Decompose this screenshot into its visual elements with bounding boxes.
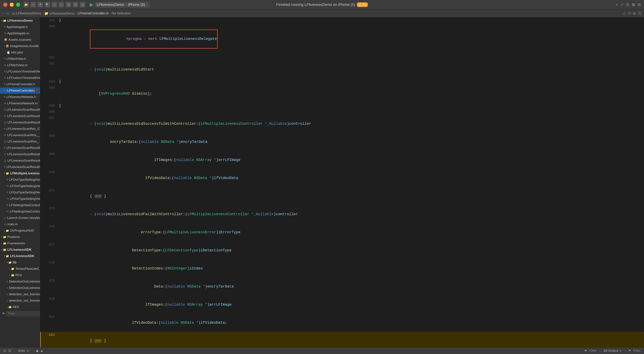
sidebar-item-lib-group[interactable]: 📁 lib	[0, 259, 40, 266]
sidebar-item-scan-result-h[interactable]: h LFLivenessScanResultController.h	[0, 107, 40, 113]
sidebar-item-scan-vc-h[interactable]: h LFLivenessScanResultViewController.h	[0, 164, 40, 170]
sidebar-item-lfalertview-h[interactable]: h LFAlertView.h	[0, 56, 40, 62]
source-control-icon2[interactable]: ▲	[40, 349, 44, 353]
inspectors-icon[interactable]: ⊞	[632, 2, 635, 7]
cursor-icon[interactable]: ⊡	[3, 349, 6, 353]
line-content[interactable]: lfVideoData:(nullable NSData *)lfVideoDa…	[58, 169, 644, 187]
sidebar-item-launch-storyboard[interactable]: ◻ Launch Screen.storyboard	[0, 215, 40, 221]
source-control-icon[interactable]: ◀	[36, 349, 38, 353]
panels-icon[interactable]: ⊡	[626, 2, 629, 7]
line-content[interactable]: { ••• }	[58, 187, 644, 205]
sidebar-item-info-plist[interactable]: 📋 Info.plist	[0, 49, 40, 56]
line-content[interactable]: { ••• } 9 'UIAlertView' is deprecated; f…	[58, 332, 644, 347]
line-content[interactable]: lfImages:(nullable NSArray *)arrLFImage	[58, 151, 644, 169]
sidebar-item-imageassets[interactable]: 📦 ImageAssets.bundle	[0, 43, 40, 49]
sidebar-item-scan-result-m[interactable]: m LFLivenessScanResultController.m	[0, 113, 40, 119]
sidebar-item-outtype-cell-m[interactable]: m LFOutTypeSettingViewCell.m	[0, 183, 40, 189]
grid-view-icon[interactable]: ⊞	[633, 11, 636, 15]
breadcrumb-file[interactable]: LFHomeController.m	[78, 11, 108, 15]
line-content[interactable]: {	[58, 79, 644, 85]
line-content[interactable]: [SVProgressHUD dismiss];	[58, 85, 644, 103]
scope-icon[interactable]: ⊡	[7, 11, 9, 15]
debug-icon[interactable]: ☰	[73, 2, 78, 7]
sidebar-item-detection-h[interactable]: c detection_out_liveness.h	[0, 291, 40, 297]
breadcrumb-symbol[interactable]: No Selection	[112, 11, 131, 15]
fold-indicator[interactable]: •••	[94, 194, 102, 198]
sidebar-item-detection-cpp[interactable]: c detection_out_liveness.cpp	[0, 297, 40, 304]
code-view[interactable]: 199 } 200 #pragma – mark LFMultipleLiven…	[40, 17, 644, 347]
sidebar-item-outtype-vc-h[interactable]: h LFOutTypeSettingViewController.h	[0, 189, 40, 195]
hide-icon[interactable]: ⊟	[638, 2, 641, 7]
line-content[interactable]: #pragma – mark LFMultipleLivenessDelegat…	[58, 23, 644, 55]
warning-icon[interactable]: ⚠	[52, 2, 57, 7]
back-icon[interactable]: ‹	[3, 11, 4, 15]
line-content[interactable]: lfImages:(nullable NSArray *)arrLFImage	[58, 296, 644, 314]
sidebar-item-products-group[interactable]: 📁 Products	[0, 234, 40, 240]
search-icon[interactable]: 🔍	[44, 2, 50, 7]
sidebar-item-lfcustom-m[interactable]: m LFCustomThresholdViewController.m	[0, 75, 40, 81]
breakpoint-icon[interactable]: ⬡	[59, 2, 64, 7]
sidebar-item-tensorflowlitec[interactable]: 📁 TensorFlowLiteC	[0, 266, 40, 272]
issues-icon[interactable]: ⚑	[38, 2, 43, 7]
folder-icon[interactable]: 📂	[24, 2, 29, 7]
minimize-button[interactable]	[10, 3, 14, 7]
sidebar-item-appdelegate-h[interactable]: h AppDelegate.h	[0, 24, 40, 30]
sidebar-item-lfhome-m[interactable]: m LFHomeController.m M ◀	[0, 87, 40, 94]
line-content[interactable]	[58, 109, 644, 115]
indent-label[interactable]: Auto	[18, 349, 25, 353]
sidebar-item-scan-cell-xib[interactable]: ◫ LFLivenessScanRes_...ollectionViewCell…	[0, 138, 40, 145]
list-view-icon[interactable]: ☰	[638, 11, 641, 15]
line-content[interactable]	[58, 55, 644, 61]
sidebar-item-scan-cell-h[interactable]: h LFLivenessScanRes_CollectionViewCell.h	[0, 126, 40, 132]
add-icon[interactable]: +	[30, 2, 36, 7]
sidebar-item-outtype-cell-h[interactable]: h LFOutTypeSettingViewCell.h	[0, 177, 40, 183]
sidebar-item-detection-out-h[interactable]: c DetectionOutLiveness.h	[0, 278, 40, 285]
assistant-icon[interactable]: ⧉	[80, 2, 85, 7]
line-content[interactable]: }	[58, 103, 644, 109]
maximize-button[interactable]	[16, 3, 20, 7]
sidebar-item-assets[interactable]: 📦 Assets.xcassets	[0, 36, 40, 43]
sidebar-item-scan-result-xib[interactable]: ◫ LFLivenessScanResultController.xib	[0, 119, 40, 126]
sidebar-item-detection-out-cpp[interactable]: c DetectionOutLiveness.cpp	[0, 285, 40, 291]
sidebar-item-lfalertview-m[interactable]: m LFAlertView.m	[0, 62, 40, 68]
sidebar-item-lfhome-h[interactable]: h LFHomeController.h	[0, 81, 40, 87]
line-content[interactable]: - (void)multiLivenessDidStart	[58, 61, 644, 79]
sidebar-item-scan-detail-xib[interactable]: ◫ LFLivenessScanResultDetailController.x…	[0, 158, 40, 164]
scheme-selector[interactable]: LFlivenessDemo › iPhone (5) ›	[94, 2, 150, 7]
sidebar-item-lfcustom-h[interactable]: h LFCustomThresholdViewController.h	[0, 68, 40, 75]
line-content[interactable]: encryTarData:(nullable NSData *)encryTar…	[58, 133, 644, 151]
env-icon[interactable]: ⊞	[66, 2, 71, 7]
sidebar-item-lflivenessdemo-group[interactable]: 📁 LFlivenessDemo	[0, 17, 40, 24]
sidebar-item-setting-m[interactable]: m LFSettingViewController.m	[0, 208, 40, 215]
filter-input[interactable]	[6, 311, 40, 316]
line-content[interactable]: lfVideoData:(nullable NSData *)lfVideoDa…	[58, 314, 644, 332]
sidebar-item-multiple-group[interactable]: 📁 LFMultipleLiveness	[0, 170, 40, 177]
annotate-icon[interactable]: ☰	[8, 349, 11, 353]
error-nav-icon[interactable]: ✕	[628, 11, 631, 15]
sidebar-item-svprogress-group[interactable]: 📁 SVProgressHUD	[0, 227, 40, 234]
line-content[interactable]: DetectionIndex:(NSInteger)iIndex	[58, 260, 644, 278]
plus-icon[interactable]: +	[616, 2, 618, 7]
sidebar-item-lfliveness-network-m[interactable]: m LFlivenessNetwork.m	[0, 100, 40, 107]
forward-icon[interactable]: ›	[5, 11, 6, 15]
line-content[interactable]: Data:(nullable NSData *)encryTarData	[58, 278, 644, 296]
line-content[interactable]: - (void)multiLivenessDidFailWithControll…	[58, 205, 644, 223]
sidebar-item-lflivenesssdk-inner-group[interactable]: 📁 LFLivenessSDK	[0, 253, 40, 259]
sidebar-item-outtype-vc-m[interactable]: m LFOutTypeSettingViewController.m	[0, 195, 40, 202]
sidebar-item-rc4[interactable]: 📁 RC4	[0, 272, 40, 278]
sidebar-item-setting-h[interactable]: h LFSettingViewController.h	[0, 202, 40, 208]
fold-indicator-warning[interactable]: •••	[94, 339, 102, 343]
breadcrumb-project[interactable]: 🗂 LFlivenessDemo	[12, 11, 41, 15]
breadcrumb-group[interactable]: 📁 LFlivenessDemo	[44, 11, 74, 15]
sidebar-item-scan-cell-m[interactable]: m LFLivenessScanRes__ollectionViewCell.m	[0, 132, 40, 138]
enter-full-icon[interactable]: ⤢	[620, 2, 624, 7]
sidebar-item-aes-group[interactable]: 📁 AES	[0, 304, 40, 310]
sidebar-item-appdelegate-m[interactable]: m AppDelegate.m	[0, 30, 40, 36]
sidebar-item-frameworks-group[interactable]: 📁 Frameworks	[0, 240, 40, 246]
line-content[interactable]: - (void)multiLivenessDidSuccessfulWithCo…	[58, 115, 644, 133]
run-button[interactable]: ▶	[88, 2, 94, 8]
sidebar-item-lfliveness-network-h[interactable]: h LFlivenessNetwtok.h	[0, 94, 40, 100]
line-content[interactable]: DetectionType:(LFDetectionType)iDetectio…	[58, 241, 644, 260]
sidebar-item-scan-detail-m[interactable]: m LFLivenessScanResultDetailController.m	[0, 151, 40, 158]
close-button[interactable]	[3, 3, 8, 7]
